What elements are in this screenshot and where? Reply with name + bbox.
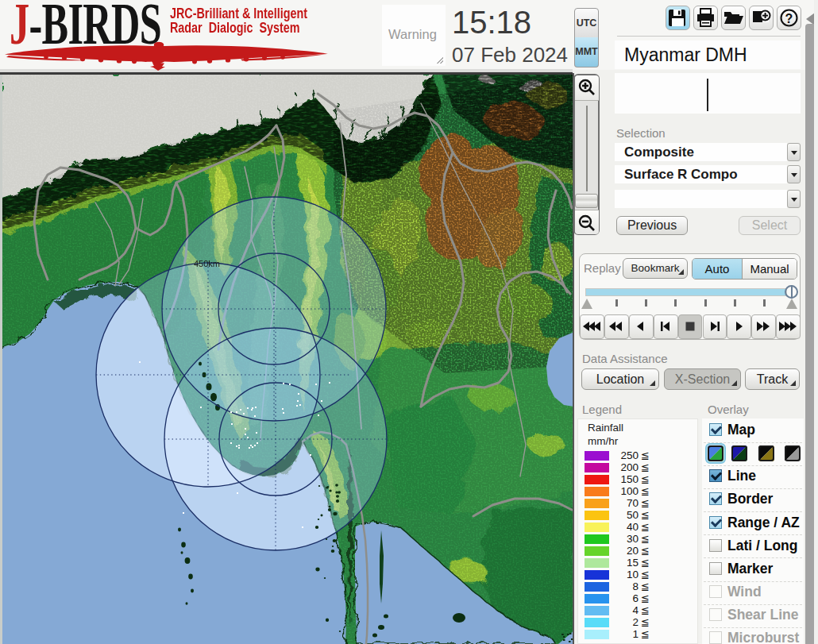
- svg-text:450km: 450km: [194, 259, 220, 268]
- svg-text:?: ?: [785, 12, 793, 25]
